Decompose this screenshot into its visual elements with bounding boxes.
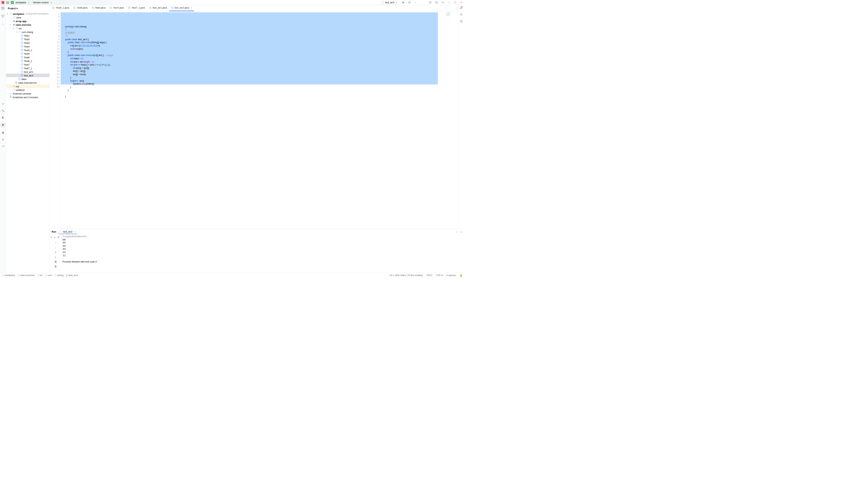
tree-node-test-arr1[interactable]: Ctest_arr1 — [6, 70, 50, 73]
stop-icon[interactable]: ■ — [54, 236, 55, 239]
tree-node-iml[interactable]: ▤case-exercise.iml — [6, 81, 50, 84]
editor-tab[interactable]: CTest6.java — [71, 5, 90, 11]
editor-tab[interactable]: CTest6_1.java — [50, 5, 71, 11]
maximize-icon[interactable]: ▢ — [454, 1, 457, 4]
tree-node-main[interactable]: CMain — [6, 77, 50, 81]
editor-tab[interactable]: CTest7.java — [107, 5, 126, 11]
svg-point-6 — [430, 1, 431, 2]
line-separator[interactable]: CRLF — [426, 274, 433, 276]
close-icon[interactable]: × — [191, 6, 192, 9]
run-tool-icon[interactable] — [1, 123, 5, 127]
tree-node-test7-1[interactable]: CTest7_1 — [6, 66, 50, 70]
tree-node-test3[interactable]: CTest3 — [6, 41, 50, 44]
ant-icon[interactable]: ✶ — [2, 103, 4, 105]
soft-wrap-icon[interactable]: ≡ — [54, 251, 57, 254]
run-output[interactable]: D:\App\jdk\bin\java.exe ... 66 55 44 33 … — [61, 235, 464, 273]
editor-right-rail — [458, 11, 464, 229]
more-icon[interactable]: ⋮ — [414, 1, 417, 4]
topbar: W workplace ▾ Version control ▾ ⬚ test_a… — [0, 0, 464, 5]
indent[interactable]: 4 spaces — [446, 274, 456, 276]
settings-icon[interactable] — [442, 1, 444, 4]
tree-node-array-app[interactable]: ›▣array-app — [6, 19, 50, 23]
tree-node-out[interactable]: ›▢out — [6, 84, 50, 88]
tree-node-ext-lib[interactable]: ›⫿External Libraries — [6, 92, 50, 95]
tree-node-test4-1[interactable]: CTest4_1 — [6, 48, 50, 52]
tree-root[interactable]: ▾▢workplaceD:\App\IDEA\workplace — [6, 12, 50, 16]
notifications-icon[interactable] — [460, 6, 463, 10]
chevron-down-icon: ▾ — [396, 2, 397, 4]
tree-node-test4[interactable]: CTest4 — [6, 44, 50, 48]
add-user-icon[interactable] — [429, 1, 432, 4]
project-tree[interactable]: ▾▢workplaceD:\App\IDEA\workplace ›▢.idea… — [6, 11, 50, 273]
run-icon[interactable] — [402, 1, 405, 4]
tree-node-test1[interactable]: CTest1 — [6, 34, 50, 37]
class-icon: C — [21, 49, 23, 51]
svg-rect-1 — [2, 3, 3, 3]
inspection-ok-icon[interactable]: ✓ — [447, 13, 450, 16]
up-icon[interactable]: ↑ — [54, 241, 57, 245]
caret-position[interactable]: 22:1 (499 chars, 23 line breaks) — [390, 274, 423, 276]
tree-node-test6[interactable]: CTest6 — [6, 55, 50, 59]
build-icon[interactable]: 🔨 — [2, 109, 5, 112]
services-icon[interactable]: ◧ — [2, 116, 4, 119]
editor-tab[interactable]: Ctest_arr1.java — [147, 5, 169, 11]
problems-icon[interactable]: ⊘ — [2, 138, 4, 141]
print-icon[interactable]: 🖶 — [54, 260, 57, 263]
trash-icon[interactable]: 🗑 — [54, 265, 57, 268]
run-more-icon[interactable]: ⋮ — [455, 231, 458, 233]
ai-assistant-icon[interactable] — [460, 13, 463, 16]
rerun-icon[interactable]: ↻ — [50, 236, 52, 239]
terminal-icon[interactable]: ▣ — [2, 131, 4, 134]
run-tab[interactable]: ⬚ test_arr2 × — [58, 230, 77, 234]
class-icon: C — [52, 6, 55, 9]
svg-rect-2 — [6, 1, 9, 2]
vcs-menu[interactable]: Version control — [33, 1, 49, 4]
svg-point-7 — [435, 1, 437, 3]
breadcrumb[interactable]: ▢workplace ›▢case-exercise ›▢src ›▢com ›… — [2, 274, 78, 277]
svg-rect-3 — [6, 2, 9, 3]
debug-icon[interactable] — [408, 1, 411, 4]
scroll-end-icon[interactable]: ⤓ — [54, 256, 57, 258]
tree-node-case-exercise[interactable]: ▾▣case-exercise — [6, 23, 50, 26]
search-icon[interactable] — [435, 1, 438, 4]
run-config-selector[interactable]: ⬚ test_arr2 ▾ — [380, 1, 399, 5]
class-icon: C — [21, 60, 23, 62]
tree-node-test-arr2[interactable]: Ctest_arr2 — [6, 73, 50, 77]
code-area[interactable]: ✓ package com.zhang; /* 反转数组 */ public c… — [61, 11, 458, 229]
tab-more-icon[interactable]: ⋮ — [455, 7, 458, 10]
tree-node-test5[interactable]: CTest5 — [6, 52, 50, 55]
gutter[interactable]: 12345▷6▷78910@11121314151617181920212223… — [50, 11, 61, 229]
more-tool-icon[interactable]: ⋯ — [1, 22, 5, 26]
run-config-name: test_arr2 — [385, 1, 395, 4]
down-icon[interactable]: ↓ — [54, 246, 57, 249]
tree-node-test6-1[interactable]: CTest6_1 — [6, 59, 50, 62]
editor-tab[interactable]: Ctest_arr2.java× — [169, 5, 194, 11]
tree-node-idea[interactable]: ›▢.idea — [6, 16, 50, 19]
chevron-down-icon[interactable]: ▾ — [51, 2, 52, 4]
hide-panel-icon[interactable]: — — [460, 231, 462, 233]
class-icon: C — [73, 6, 76, 9]
tree-node-test2[interactable]: CTest2 — [6, 37, 50, 41]
structure-tool-icon[interactable] — [1, 14, 5, 18]
svg-point-8 — [443, 2, 443, 3]
main-menu-icon[interactable] — [6, 1, 9, 4]
editor-tab[interactable]: CTest7_1.java — [126, 5, 147, 11]
project-tool-icon[interactable] — [1, 6, 5, 10]
chevron-down-icon[interactable]: ▾ — [28, 2, 29, 4]
close-icon[interactable]: ✕ — [460, 1, 463, 4]
encoding[interactable]: UTF-8 — [436, 274, 443, 276]
tree-node-scratches[interactable]: ≣Scratches and Consoles — [6, 95, 50, 99]
tree-node-package[interactable]: ▾▢com.zhang — [6, 30, 50, 34]
readonly-icon[interactable]: 🔓 — [460, 274, 463, 276]
tree-node-untitled2[interactable]: ›▢untitled2 — [6, 88, 50, 92]
database-icon[interactable] — [460, 20, 463, 23]
minimize-icon[interactable]: — — [447, 1, 450, 4]
tree-node-test7[interactable]: CTest7 — [6, 62, 50, 66]
tree-node-src[interactable]: ▾▢src — [6, 26, 50, 30]
workspace-name[interactable]: workplace — [16, 1, 26, 4]
git-icon[interactable]: ⎇ — [2, 145, 4, 147]
close-icon[interactable]: × — [74, 230, 75, 233]
project-header[interactable]: Project ▾ — [6, 5, 50, 11]
editor-tab[interactable]: CMain.java — [90, 5, 107, 11]
filter-icon[interactable]: ⧩ — [57, 236, 59, 239]
